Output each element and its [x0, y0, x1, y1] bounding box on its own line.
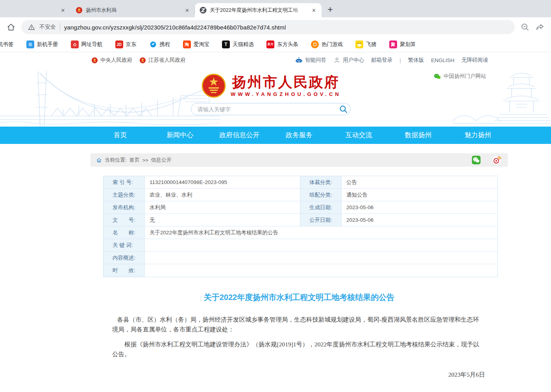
- meta-label: 内容概述:: [104, 252, 145, 264]
- breadcrumb-home-link[interactable]: 首页: [129, 156, 140, 164]
- nav-item-interaction[interactable]: 互动交流: [329, 127, 388, 144]
- meta-label: 公开日期:: [300, 214, 342, 226]
- jd-icon: JD: [115, 40, 123, 48]
- tab-yangzhou-water-bureau[interactable]: 扬州市水利局 ✕: [71, 3, 195, 17]
- browser-window: ✕ 扬州市水利局 ✕ 关于2022年度扬州市水利工程文明工地 ✕ +: [0, 0, 551, 392]
- table-row: 内容概述:: [104, 252, 497, 264]
- bookmark-juhuasuan[interactable]: 聚 聚划算: [389, 40, 416, 48]
- bookmark-tmall[interactable]: T 天猫精选: [222, 40, 254, 48]
- nav-item-services[interactable]: 政务服务: [269, 127, 329, 144]
- table-row: 文 号: 无 公开日期: 2023-05-06: [104, 214, 497, 226]
- bookmark-label: 机书签: [0, 41, 14, 48]
- gov-emblem-icon: [139, 57, 146, 64]
- bookmark-ctrip[interactable]: 携程: [149, 40, 170, 48]
- tool-label: 无障碍阅读: [462, 57, 488, 64]
- meta-value: 水利局: [145, 201, 300, 214]
- tab-close-icon[interactable]: ✕: [310, 7, 318, 14]
- user-center-link[interactable]: 用户中心: [333, 57, 364, 64]
- hot-games-icon: [311, 40, 319, 48]
- taobao-icon: 淘: [183, 40, 191, 48]
- meta-label: 生成日期:: [300, 201, 342, 214]
- site-logo[interactable]: 扬州市人民政府 WWW.YANGZHOU.GOV.CN: [202, 74, 341, 98]
- new-tab-button[interactable]: +: [324, 3, 337, 16]
- bookmark-phone-bookmarks[interactable]: 机书签: [0, 41, 14, 48]
- table-row: 索 引 号: 11321000014407098E-2023-095 体裁分类:…: [104, 176, 497, 189]
- not-secure-warning-icon[interactable]: [28, 23, 35, 31]
- portal-label: 中国扬州门户网站: [444, 73, 486, 80]
- gov-emblem-icon: [91, 57, 98, 64]
- user-icon: [333, 57, 340, 64]
- bookmark-aitaobao[interactable]: 淘 爱淘宝: [183, 40, 210, 48]
- security-label[interactable]: 不安全: [39, 24, 56, 31]
- meta-value: 关于2022年度扬州市水利工程文明工地考核结果的公告: [145, 226, 497, 239]
- table-row: 发布机构: 水利局 生成日期: 2023-05-06: [104, 201, 497, 214]
- bookmark-jd[interactable]: JD 京东: [115, 40, 137, 48]
- article-title: 关于2022年度扬州市水利工程文明工地考核结果的公告: [91, 292, 508, 303]
- tool-label: 用户中心: [343, 57, 364, 64]
- search-input[interactable]: [191, 106, 337, 112]
- bookmark-eastday[interactable]: 东方 东方头条: [266, 40, 298, 48]
- zoom-out-icon[interactable]: [520, 22, 530, 32]
- tab-active-announcement[interactable]: 关于2022年度扬州市水利工程文明工地 ✕: [195, 3, 322, 17]
- nav-item-charm[interactable]: 魅力扬州: [448, 127, 508, 144]
- juhuasuan-icon: 聚: [389, 40, 397, 48]
- bookmark-label: 聚划算: [400, 41, 416, 48]
- nav-item-data[interactable]: 数据扬州: [388, 127, 448, 144]
- bookmark-label: 热门游戏: [322, 41, 343, 48]
- share-icon[interactable]: [535, 22, 545, 32]
- wechat-bubbles-icon: [434, 73, 441, 79]
- tmall-icon: T: [222, 40, 230, 48]
- meta-value: 农业、林业、水利: [145, 189, 300, 201]
- breadcrumb-separator: >>: [142, 157, 148, 163]
- tool-label: 繁体版: [408, 57, 424, 64]
- tools-divider: |: [399, 57, 401, 63]
- meta-value: 2023-05-06: [342, 214, 497, 226]
- nav-item-news[interactable]: 新闻中心: [150, 127, 209, 144]
- english-version-link[interactable]: ENGLISH: [431, 57, 454, 63]
- bridge-artwork: [0, 68, 220, 127]
- tab-title: 关于2022年度扬州市水利工程文明工地: [210, 7, 308, 14]
- tab-close-icon[interactable]: ✕: [183, 7, 191, 14]
- bookmark-fliggy[interactable]: 飞猪: [355, 40, 377, 48]
- wechat-share-icon[interactable]: [471, 155, 481, 165]
- traditional-version-link[interactable]: 繁体版: [408, 57, 424, 64]
- url-text[interactable]: yangzhou.gov.cn/yzszxxgk/slj/202305/210c…: [64, 24, 286, 31]
- breadcrumb-current[interactable]: 信息公开: [151, 156, 172, 164]
- robot-icon: [295, 57, 303, 64]
- cutoff-tab-close-button[interactable]: ✕: [55, 3, 71, 17]
- national-emblem-icon: [202, 74, 226, 98]
- ctrip-dolphin-icon: [149, 40, 157, 48]
- nav-item-home[interactable]: 首页: [91, 127, 150, 144]
- gov-emblem-favicon-icon: [76, 7, 83, 14]
- portal-link[interactable]: 中国扬州门户网站: [434, 73, 486, 80]
- bookmark-url-navigation[interactable]: 网址导航: [71, 40, 103, 48]
- table-row: 名 称: 关于2022年度扬州市水利工程文明工地考核结果的公告: [104, 226, 497, 239]
- browser-logo-favicon-icon: [200, 7, 207, 14]
- article-paragraph: 根据《扬州市水利工程文明工地建设管理办法》（扬水规[2019]1号），2022年…: [112, 339, 485, 359]
- link-central-government[interactable]: 中央人民政府: [91, 57, 132, 64]
- accessibility-link[interactable]: 无障碍阅读: [462, 57, 488, 64]
- nav-item-info-disclosure[interactable]: 政府信息公开: [210, 127, 269, 144]
- fliggy-pig-icon: [355, 40, 363, 48]
- url-nav-icon: [71, 40, 79, 48]
- bookmark-new-device-manual[interactable]: 新机手册: [26, 40, 58, 48]
- bookmark-hot-games[interactable]: 热门游戏: [311, 40, 343, 48]
- table-row: 关 键 词:: [104, 239, 497, 252]
- tool-label: 智能问答: [305, 57, 326, 64]
- bookmark-label: 京东: [126, 41, 137, 48]
- smart-qa-link[interactable]: 智能问答: [295, 57, 326, 64]
- meta-label: 关 键 词:: [104, 239, 145, 252]
- url-field[interactable]: 不安全 yangzhou.gov.cn/yzszxxgk/slj/202305/…: [21, 20, 515, 34]
- home-icon[interactable]: [6, 22, 16, 32]
- manual-icon: [26, 40, 34, 48]
- link-jiangsu-government[interactable]: 江苏省人民政府: [139, 57, 186, 64]
- link-label: 江苏省人民政府: [148, 57, 186, 64]
- search-button[interactable]: [337, 105, 350, 114]
- meta-label: 文 号:: [104, 214, 145, 226]
- mail-login-link[interactable]: 邮箱登录: [371, 57, 392, 64]
- weibo-share-icon[interactable]: [492, 155, 501, 165]
- breadcrumb: 当前位置: 首页 >> 信息公开: [91, 153, 508, 167]
- article-date: 2023年5月6日: [91, 371, 485, 379]
- url-divider: [60, 23, 60, 31]
- bookmark-label: 爱淘宝: [194, 41, 210, 48]
